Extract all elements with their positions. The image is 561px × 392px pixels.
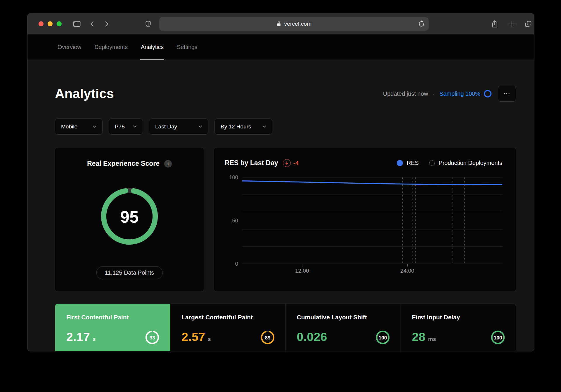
y-axis-label: 0 <box>235 261 238 267</box>
page-title: Analytics <box>55 86 114 101</box>
filter-bar: Mobile P75 Last Day By 12 Hours <box>55 119 516 135</box>
chart-delta: -4 <box>293 160 299 167</box>
metric-title: Cumulative Layout Shift <box>297 314 389 321</box>
y-axis: 100 50 0 <box>225 177 238 264</box>
metric-score-gauge: 100 <box>491 330 505 346</box>
back-button-icon[interactable] <box>89 20 95 27</box>
timerange-filter-dropdown[interactable]: Last Day <box>149 119 208 135</box>
data-points-badge: 11,125 Data Points <box>96 266 163 279</box>
chevron-down-icon <box>262 125 266 128</box>
interval-filter-label: By 12 Hours <box>221 123 251 130</box>
metric-score-gauge: 93 <box>145 330 160 346</box>
device-filter-label: Mobile <box>61 123 77 130</box>
metric-card-first-contentful-paint[interactable]: First Contentful Paint 2.17 s 93 <box>55 304 170 351</box>
metric-card-largest-contentful-paint[interactable]: Largest Contentful Paint 2.57 s 89 <box>170 304 285 351</box>
share-icon[interactable] <box>491 20 498 28</box>
legend-label-production-deployments: Production Deployments <box>439 160 502 166</box>
tab-overview-icon[interactable] <box>524 20 532 28</box>
page-header: Analytics Updated just now · Sampling 10… <box>55 60 516 102</box>
browser-window: vercel.com Overview Deployments Ana <box>27 13 534 351</box>
nav-tab-analytics[interactable]: Analytics <box>140 34 164 60</box>
chevron-down-icon <box>93 125 96 128</box>
interval-filter-dropdown[interactable]: By 12 Hours <box>214 119 272 135</box>
res-card-title: Real Experience Score <box>87 160 160 168</box>
metric-value: 28 <box>412 330 425 344</box>
metric-score-gauge: 100 <box>375 330 390 346</box>
percentile-filter-label: P75 <box>115 123 125 130</box>
nav-tab-settings[interactable]: Settings <box>176 34 198 60</box>
legend-item-production-deployments[interactable]: Production Deployments <box>429 160 502 166</box>
chart-legend: RES Production Deployments <box>397 160 502 166</box>
device-filter-dropdown[interactable]: Mobile <box>55 119 103 135</box>
timerange-filter-label: Last Day <box>155 123 177 130</box>
real-experience-score-card: Real Experience Score i 95 11,125 Data P… <box>55 147 204 292</box>
nav-tab-overview[interactable]: Overview <box>57 34 82 60</box>
zoom-window-button[interactable] <box>57 21 62 26</box>
chevron-down-icon <box>133 125 137 128</box>
metric-value: 2.17 <box>66 330 90 344</box>
metric-title: Largest Contentful Paint <box>181 314 274 321</box>
more-options-button[interactable]: ⋯ <box>498 86 516 102</box>
metric-value: 2.57 <box>181 330 205 344</box>
metric-unit: s <box>93 336 96 342</box>
metric-title: First Input Delay <box>412 314 505 321</box>
y-axis-label: 50 <box>232 217 238 224</box>
res-line-chart <box>242 177 502 264</box>
legend-label-res: RES <box>407 160 419 166</box>
percentile-filter-dropdown[interactable]: P75 <box>109 119 143 135</box>
svg-text:89: 89 <box>265 335 270 341</box>
sampling-ring-icon <box>484 90 491 97</box>
minimize-window-button[interactable] <box>48 21 53 26</box>
svg-text:100: 100 <box>494 335 502 341</box>
trend-down-icon <box>283 159 291 167</box>
web-vitals-row: First Contentful Paint 2.17 s 93 Largest… <box>55 304 516 351</box>
chart-area: 100 50 0 12:0024:00 <box>225 177 502 277</box>
meta-separator: · <box>433 90 435 97</box>
metric-unit: ms <box>428 336 436 342</box>
page-content: Analytics Updated just now · Sampling 10… <box>27 60 534 351</box>
y-axis-label: 100 <box>229 174 238 181</box>
new-tab-icon[interactable] <box>508 20 516 28</box>
browser-toolbar: vercel.com <box>27 13 534 34</box>
nav-tab-deployments[interactable]: Deployments <box>94 34 128 60</box>
res-score-value: 95 <box>120 208 138 226</box>
updated-status: Updated just now <box>383 90 428 97</box>
chart-title: RES by Last Day <box>225 159 278 167</box>
metric-card-cumulative-layout-shift[interactable]: Cumulative Layout Shift 0.026 100 <box>286 304 401 351</box>
header-meta: Updated just now · Sampling 100% ⋯ <box>383 86 516 102</box>
url-text: vercel.com <box>284 21 312 27</box>
metric-card-first-input-delay[interactable]: First Input Delay 28 ms 100 <box>401 304 516 351</box>
metric-value: 0.026 <box>297 330 327 344</box>
deployment-dashed-circle-icon <box>429 160 435 166</box>
refresh-icon[interactable] <box>418 21 425 27</box>
address-bar[interactable]: vercel.com <box>159 17 429 31</box>
res-score-gauge: 95 <box>99 186 160 248</box>
site-nav: Overview Deployments Analytics Settings <box>27 34 534 60</box>
plot-area: 12:0024:00 <box>242 177 502 277</box>
legend-item-res[interactable]: RES <box>397 160 419 166</box>
res-chart-card: RES by Last Day -4 RES Production Deploy… <box>214 147 516 292</box>
lock-icon <box>276 21 281 27</box>
metric-score-gauge: 89 <box>260 330 275 346</box>
res-series-dot-icon <box>397 160 403 166</box>
x-axis-label: 24:00 <box>400 268 414 274</box>
forward-button-icon[interactable] <box>103 20 110 27</box>
metric-title: First Contentful Paint <box>66 314 159 321</box>
chart-header: RES by Last Day -4 RES Production Deploy… <box>225 159 502 167</box>
svg-text:93: 93 <box>150 335 155 341</box>
svg-text:100: 100 <box>378 335 387 341</box>
x-axis: 12:0024:00 <box>242 264 502 277</box>
close-window-button[interactable] <box>39 21 44 26</box>
sampling-link[interactable]: Sampling 100% <box>439 90 480 97</box>
info-icon[interactable]: i <box>164 160 172 168</box>
x-axis-tick <box>302 264 303 266</box>
privacy-shield-icon[interactable] <box>145 20 152 28</box>
metric-unit: s <box>208 336 211 342</box>
x-axis-tick <box>407 264 408 266</box>
chevron-down-icon <box>198 125 202 128</box>
sidebar-toggle-icon[interactable] <box>73 21 81 27</box>
x-axis-label: 12:00 <box>295 268 309 274</box>
